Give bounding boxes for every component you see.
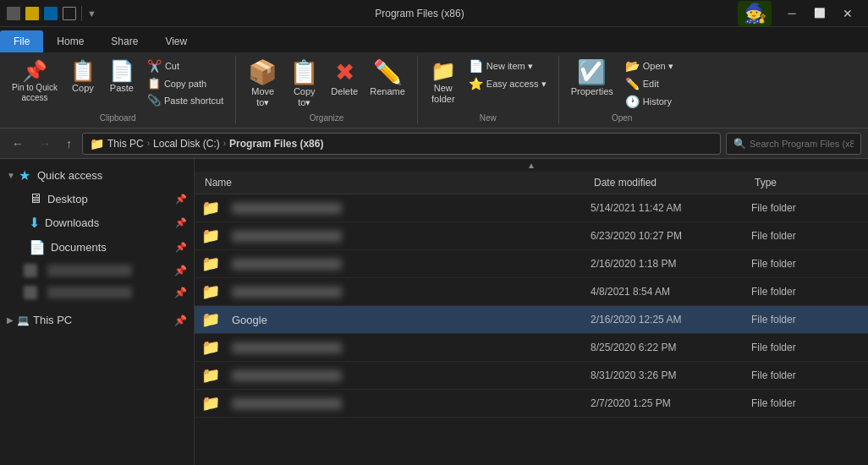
copy-to-button[interactable]: 📋 Copyto▾	[284, 57, 324, 112]
rename-icon: ✏️	[373, 61, 403, 85]
sidebar-item-documents[interactable]: 📄 Documents 📌	[0, 235, 194, 260]
edit-label: Edit	[643, 79, 659, 89]
tab-file[interactable]: File	[0, 30, 43, 52]
new-item-label: New item ▾	[486, 61, 533, 72]
pin-indicator: 📌	[174, 287, 187, 298]
tab-home[interactable]: Home	[43, 30, 97, 52]
expand-icon[interactable]	[63, 7, 76, 20]
new-folder-button[interactable]: 📁 Newfolder	[425, 57, 462, 108]
ribbon-tabs: File Home Share View	[0, 27, 868, 52]
blurred-icon-1	[24, 264, 37, 277]
edit-button[interactable]: ✏️ Edit	[620, 75, 678, 92]
path-this-pc[interactable]: This PC	[107, 138, 144, 150]
file-date: 4/8/2021 8:54 AM	[591, 286, 751, 298]
history-button[interactable]: 🕐 History	[620, 93, 678, 110]
file-type: File folder	[751, 286, 861, 298]
pin-icon[interactable]	[25, 7, 39, 20]
easy-access-button[interactable]: ⭐ Easy access ▾	[464, 75, 552, 92]
table-row-google[interactable]: 📁 Google 2/16/2020 12:25 AM File folder	[195, 306, 868, 334]
quick-access-toolbar	[7, 7, 76, 20]
paste-shortcut-button[interactable]: 📎 Paste shortcut	[142, 92, 228, 108]
move-to-button[interactable]: 📦 Moveto▾	[243, 57, 283, 112]
google-folder-name: Google	[232, 314, 267, 326]
undo-icon[interactable]	[7, 7, 20, 20]
up-button[interactable]: ↑	[61, 134, 77, 154]
open-actions: ☑️ Properties 📂 Open ▾ ✏️ Edit 🕐 History	[566, 57, 678, 113]
sidebar-item-downloads[interactable]: ⬇ Downloads 📌	[0, 211, 194, 235]
paste-icon: 📄	[109, 61, 135, 81]
col-type-header[interactable]: Type	[751, 175, 861, 190]
copy-to-label: Copyto▾	[294, 86, 316, 108]
table-row[interactable]: 📁 2/7/2020 1:25 PM File folder	[195, 390, 868, 418]
back-button[interactable]: ←	[7, 134, 29, 154]
properties-button[interactable]: ☑️ Properties	[566, 57, 618, 101]
file-type: File folder	[751, 369, 861, 381]
collapse-button[interactable]: ▲	[195, 159, 868, 172]
copy-icon: 📋	[70, 61, 96, 81]
tab-view[interactable]: View	[151, 30, 201, 52]
pin-quick-access-button[interactable]: 📌 Pin to Quickaccess	[7, 57, 63, 107]
col-date-header[interactable]: Date modified	[591, 175, 751, 190]
chevron-down-icon: ▼	[7, 171, 15, 180]
col-type-label: Type	[755, 177, 777, 189]
paste-label: Paste	[110, 83, 134, 94]
table-row[interactable]: 📁 2/16/2020 1:18 PM File folder	[195, 250, 868, 278]
star-icon: ★	[19, 167, 30, 183]
address-path[interactable]: 📁 This PC › Local Disk (C:) › Program Fi…	[82, 133, 721, 155]
file-list-header: Name Date modified Type	[195, 172, 868, 194]
copy-button[interactable]: 📋 Copy	[64, 57, 102, 97]
delete-button[interactable]: ✖ Delete	[326, 57, 363, 101]
blurred-icon-2	[24, 286, 37, 299]
file-name-cell: 📁	[201, 338, 591, 357]
folder-icon[interactable]	[44, 7, 58, 20]
rename-button[interactable]: ✏️ Rename	[365, 57, 410, 101]
edit-icon: ✏️	[625, 77, 640, 90]
new-item-button[interactable]: 📄 New item ▾	[464, 57, 552, 74]
file-list: ▲ Name Date modified Type 📁 5/14/2021 11…	[195, 159, 868, 465]
copy-label: Copy	[72, 83, 94, 94]
quick-access-header[interactable]: ▼ ★ Quick access	[0, 162, 194, 187]
minimize-button[interactable]: ─	[778, 3, 805, 25]
cut-button[interactable]: ✂️ Cut	[142, 57, 228, 74]
maximize-button[interactable]: ⬜	[806, 3, 833, 25]
blurred-label-2	[47, 287, 132, 298]
sidebar-item-blurred-2[interactable]: 📌	[0, 282, 194, 304]
sidebar: ▼ ★ Quick access 🖥 Desktop 📌 ⬇ Downloads…	[0, 159, 195, 465]
table-row[interactable]: 📁 5/14/2021 11:42 AM File folder	[195, 194, 868, 222]
new-folder-icon: 📁	[431, 61, 456, 81]
forward-button[interactable]: →	[34, 134, 56, 154]
tab-share[interactable]: Share	[97, 30, 151, 52]
this-pc-icon: 💻	[17, 315, 30, 326]
this-pc-header[interactable]: ▶ 💻 This PC 📌	[0, 309, 194, 330]
col-date-label: Date modified	[594, 177, 656, 189]
table-row[interactable]: 📁 4/8/2021 8:54 AM File folder	[195, 278, 868, 306]
path-local-disk[interactable]: Local Disk (C:)	[153, 138, 220, 150]
path-program-files[interactable]: Program Files (x86)	[229, 138, 323, 150]
customize-arrow[interactable]: ▼	[87, 8, 96, 19]
blurred-filename	[232, 231, 342, 242]
toolbar-separator	[81, 6, 82, 21]
table-row[interactable]: 📁 8/25/2020 6:22 PM File folder	[195, 334, 868, 362]
chevron-right-icon: ▶	[7, 315, 14, 325]
properties-icon: ☑️	[577, 61, 607, 85]
close-button[interactable]: ✕	[834, 3, 861, 25]
pin-indicator: 📌	[175, 242, 187, 253]
search-input[interactable]	[750, 139, 854, 149]
col-name-header[interactable]: Name	[201, 175, 591, 190]
table-row[interactable]: 📁 6/23/2020 10:27 PM File folder	[195, 222, 868, 250]
open-button[interactable]: 📂 Open ▾	[620, 57, 678, 74]
file-type: File folder	[751, 202, 861, 214]
paste-button[interactable]: 📄 Paste	[103, 57, 140, 97]
table-row[interactable]: 📁 8/31/2020 3:26 PM File folder	[195, 362, 868, 390]
new-item-icon: 📄	[469, 59, 483, 73]
blurred-filename	[232, 370, 342, 381]
ribbon-group-open: ☑️ Properties 📂 Open ▾ ✏️ Edit 🕐 History…	[559, 56, 685, 124]
sidebar-item-blurred-1[interactable]: 📌	[0, 260, 194, 282]
file-name-cell: 📁	[201, 254, 591, 273]
copy-path-button[interactable]: 📋 Copy path	[142, 75, 228, 91]
title-bar: ▼ Program Files (x86) 🧙 ─ ⬜ ✕	[0, 0, 868, 27]
easy-access-label: Easy access ▾	[486, 79, 547, 90]
sidebar-item-desktop[interactable]: 🖥 Desktop 📌	[0, 187, 194, 211]
copy-path-icon: 📋	[147, 77, 161, 90]
search-box[interactable]: 🔍	[726, 133, 861, 155]
